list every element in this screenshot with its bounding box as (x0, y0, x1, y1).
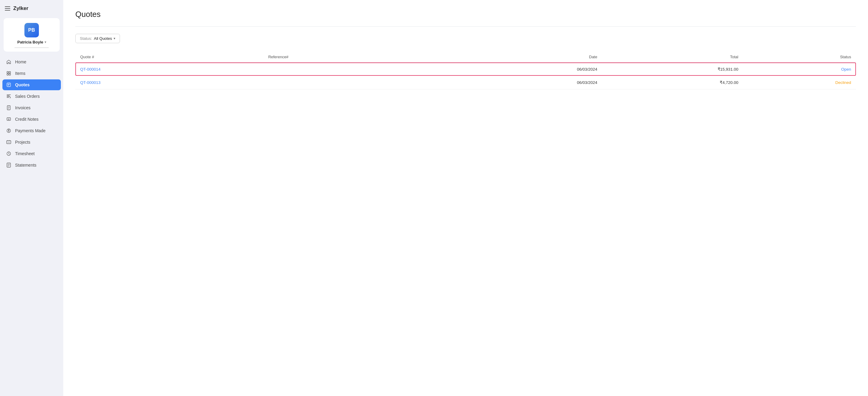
svg-point-10 (8, 142, 9, 142)
quotes-icon (6, 82, 11, 87)
sidebar-item-items-label: Items (15, 71, 25, 76)
quotes-table: Quote # Reference# Date Total Status QT-… (75, 52, 856, 89)
sidebar-item-sales-orders[interactable]: Sales Orders (2, 91, 61, 102)
filter-row: Status: All Quotes ▾ (75, 34, 856, 43)
svg-point-11 (9, 142, 10, 142)
sidebar-item-timesheet-label: Timesheet (15, 151, 35, 156)
sidebar: Zylker PB Patricia Boyle ▾ Home (0, 0, 63, 396)
sidebar-item-items[interactable]: Items (2, 68, 61, 79)
table-header: Quote # Reference# Date Total Status (75, 52, 856, 62)
sidebar-item-payments-made-label: Payments Made (15, 128, 45, 133)
svg-rect-2 (7, 74, 8, 75)
status-cell: Open (738, 67, 851, 72)
total-cell: ₹4,720.00 (597, 80, 738, 85)
filter-chevron-icon: ▾ (114, 36, 116, 40)
payments-icon (6, 128, 11, 134)
user-name[interactable]: Patricia Boyle ▾ (18, 40, 46, 45)
col-reference: Reference# (268, 55, 456, 59)
sidebar-item-credit-notes[interactable]: Credit Notes (2, 114, 61, 125)
invoices-icon (6, 105, 11, 111)
nav-list: Home Items Quotes (0, 56, 63, 171)
sidebar-item-statements-label: Statements (15, 163, 36, 168)
sales-orders-icon (6, 93, 11, 99)
page-title: Quotes (75, 10, 856, 19)
home-icon (6, 59, 11, 64)
user-chevron-icon: ▾ (44, 40, 46, 44)
main-content: Quotes Status: All Quotes ▾ Quote # Refe… (63, 0, 868, 396)
brand-name: Zylker (13, 5, 28, 11)
avatar: PB (24, 23, 39, 37)
date-cell: 06/03/2024 (456, 80, 597, 85)
sidebar-item-projects[interactable]: Projects (2, 137, 61, 148)
col-date: Date (456, 55, 597, 59)
timesheet-icon (6, 151, 11, 157)
projects-icon (6, 139, 11, 145)
sidebar-item-quotes-label: Quotes (15, 82, 30, 87)
user-card: PB Patricia Boyle ▾ (4, 18, 60, 52)
filter-label: Status: (80, 36, 92, 41)
svg-rect-0 (7, 72, 8, 73)
sidebar-item-sales-orders-label: Sales Orders (15, 94, 40, 99)
col-quote-num: Quote # (80, 55, 268, 59)
table-row[interactable]: QT-000013 06/03/2024 ₹4,720.00 Declined (75, 76, 856, 89)
status-cell: Declined (738, 80, 851, 85)
sidebar-item-credit-notes-label: Credit Notes (15, 117, 38, 122)
sidebar-header[interactable]: Zylker (0, 0, 63, 16)
sidebar-item-invoices[interactable]: Invoices (2, 102, 61, 113)
sidebar-item-payments-made[interactable]: Payments Made (2, 125, 61, 136)
sidebar-item-home-label: Home (15, 59, 26, 64)
sidebar-item-invoices-label: Invoices (15, 105, 30, 110)
title-divider (75, 26, 856, 27)
date-cell: 06/03/2024 (456, 67, 597, 72)
sidebar-item-timesheet[interactable]: Timesheet (2, 148, 61, 159)
items-icon (6, 70, 11, 76)
svg-rect-1 (9, 72, 10, 73)
table-body: QT-000014 06/03/2024 ₹15,931.00 Open QT-… (75, 62, 856, 89)
credit-notes-icon (6, 116, 11, 122)
status-filter-button[interactable]: Status: All Quotes ▾ (75, 34, 120, 43)
svg-point-9 (7, 142, 8, 142)
svg-rect-3 (9, 74, 10, 75)
quote-num-cell[interactable]: QT-000013 (80, 80, 268, 85)
sidebar-item-statements[interactable]: Statements (2, 160, 61, 171)
sidebar-item-projects-label: Projects (15, 140, 30, 145)
quote-num-cell[interactable]: QT-000014 (80, 67, 268, 72)
statements-icon (6, 162, 11, 168)
sidebar-item-home[interactable]: Home (2, 56, 61, 67)
svg-rect-4 (7, 83, 10, 87)
col-total: Total (597, 55, 738, 59)
hamburger-icon[interactable] (5, 6, 10, 10)
col-status: Status (738, 55, 851, 59)
total-cell: ₹15,931.00 (597, 67, 738, 72)
filter-value: All Quotes (94, 36, 112, 41)
sidebar-item-quotes[interactable]: Quotes (2, 79, 61, 90)
table-row[interactable]: QT-000014 06/03/2024 ₹15,931.00 Open (75, 62, 856, 76)
user-divider (14, 47, 49, 48)
